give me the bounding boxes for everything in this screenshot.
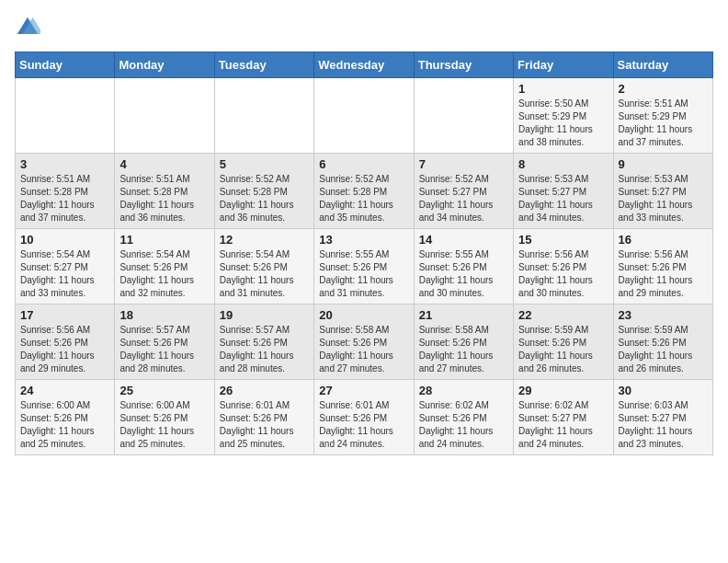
day-number: 2 bbox=[619, 82, 708, 96]
calendar-cell: 23Sunrise: 5:59 AMSunset: 5:26 PMDayligh… bbox=[613, 304, 712, 380]
day-info: Sunrise: 5:58 AMSunset: 5:26 PMDaylight:… bbox=[419, 325, 494, 373]
day-number: 25 bbox=[119, 384, 209, 397]
page-header bbox=[15, 15, 713, 40]
calendar-cell: 2Sunrise: 5:51 AMSunset: 5:29 PMDaylight… bbox=[613, 78, 712, 154]
calendar-cell: 20Sunrise: 5:58 AMSunset: 5:26 PMDayligh… bbox=[314, 304, 414, 380]
day-info: Sunrise: 5:54 AMSunset: 5:27 PMDaylight:… bbox=[20, 249, 95, 298]
calendar-cell: 7Sunrise: 5:52 AMSunset: 5:27 PMDaylight… bbox=[414, 154, 513, 229]
day-info: Sunrise: 6:00 AMSunset: 5:26 PMDaylight:… bbox=[20, 400, 95, 449]
day-number: 28 bbox=[419, 384, 508, 397]
calendar-table: SundayMondayTuesdayWednesdayThursdayFrid… bbox=[15, 52, 713, 455]
day-number: 20 bbox=[319, 308, 408, 322]
calendar-cell: 21Sunrise: 5:58 AMSunset: 5:26 PMDayligh… bbox=[414, 304, 513, 380]
calendar-cell: 19Sunrise: 5:57 AMSunset: 5:26 PMDayligh… bbox=[214, 304, 313, 380]
day-info: Sunrise: 5:51 AMSunset: 5:28 PMDaylight:… bbox=[20, 174, 95, 223]
day-info: Sunrise: 5:54 AMSunset: 5:26 PMDaylight:… bbox=[220, 249, 294, 298]
calendar-cell bbox=[214, 78, 313, 154]
day-info: Sunrise: 5:55 AMSunset: 5:26 PMDaylight:… bbox=[419, 249, 494, 298]
day-number: 12 bbox=[220, 233, 309, 247]
weekday-header: Saturday bbox=[613, 52, 712, 78]
day-info: Sunrise: 5:56 AMSunset: 5:26 PMDaylight:… bbox=[619, 249, 693, 298]
day-info: Sunrise: 5:50 AMSunset: 5:29 PMDaylight:… bbox=[518, 98, 593, 147]
day-number: 1 bbox=[518, 82, 608, 96]
calendar-cell: 14Sunrise: 5:55 AMSunset: 5:26 PMDayligh… bbox=[414, 229, 513, 304]
day-number: 3 bbox=[20, 157, 109, 171]
day-number: 22 bbox=[518, 308, 608, 322]
day-info: Sunrise: 5:56 AMSunset: 5:26 PMDaylight:… bbox=[518, 249, 593, 298]
calendar-week-row: 3Sunrise: 5:51 AMSunset: 5:28 PMDaylight… bbox=[16, 154, 713, 229]
calendar-week-row: 24Sunrise: 6:00 AMSunset: 5:26 PMDayligh… bbox=[16, 380, 713, 455]
day-number: 7 bbox=[419, 157, 508, 171]
weekday-header: Tuesday bbox=[214, 52, 313, 78]
day-number: 23 bbox=[619, 308, 708, 322]
logo bbox=[15, 15, 44, 40]
calendar-cell: 1Sunrise: 5:50 AMSunset: 5:29 PMDaylight… bbox=[514, 78, 613, 154]
calendar-cell: 11Sunrise: 5:54 AMSunset: 5:26 PMDayligh… bbox=[115, 229, 214, 304]
calendar-cell: 17Sunrise: 5:56 AMSunset: 5:26 PMDayligh… bbox=[16, 304, 115, 380]
calendar-cell: 8Sunrise: 5:53 AMSunset: 5:27 PMDaylight… bbox=[514, 154, 613, 229]
day-number: 29 bbox=[518, 384, 608, 397]
calendar-cell: 13Sunrise: 5:55 AMSunset: 5:26 PMDayligh… bbox=[314, 229, 414, 304]
day-info: Sunrise: 6:00 AMSunset: 5:26 PMDaylight:… bbox=[119, 400, 194, 449]
day-info: Sunrise: 5:53 AMSunset: 5:27 PMDaylight:… bbox=[518, 174, 593, 223]
day-number: 16 bbox=[619, 233, 708, 247]
day-number: 26 bbox=[220, 384, 309, 397]
calendar-cell: 25Sunrise: 6:00 AMSunset: 5:26 PMDayligh… bbox=[115, 380, 214, 455]
calendar-cell: 24Sunrise: 6:00 AMSunset: 5:26 PMDayligh… bbox=[16, 380, 115, 455]
day-info: Sunrise: 5:56 AMSunset: 5:26 PMDaylight:… bbox=[20, 325, 95, 373]
calendar-cell: 6Sunrise: 5:52 AMSunset: 5:28 PMDaylight… bbox=[314, 154, 414, 229]
day-info: Sunrise: 5:59 AMSunset: 5:26 PMDaylight:… bbox=[518, 325, 593, 373]
calendar-cell bbox=[16, 78, 115, 154]
calendar-cell: 29Sunrise: 6:02 AMSunset: 5:27 PMDayligh… bbox=[514, 380, 613, 455]
day-info: Sunrise: 5:58 AMSunset: 5:26 PMDaylight:… bbox=[319, 325, 393, 373]
calendar-cell: 30Sunrise: 6:03 AMSunset: 5:27 PMDayligh… bbox=[613, 380, 712, 455]
day-number: 17 bbox=[20, 308, 109, 322]
logo-icon bbox=[15, 15, 40, 40]
calendar-cell: 28Sunrise: 6:02 AMSunset: 5:26 PMDayligh… bbox=[414, 380, 513, 455]
calendar-cell: 22Sunrise: 5:59 AMSunset: 5:26 PMDayligh… bbox=[514, 304, 613, 380]
day-number: 15 bbox=[518, 233, 608, 247]
day-number: 13 bbox=[319, 233, 408, 247]
day-info: Sunrise: 5:51 AMSunset: 5:29 PMDaylight:… bbox=[619, 98, 693, 147]
day-info: Sunrise: 5:59 AMSunset: 5:26 PMDaylight:… bbox=[619, 325, 693, 373]
calendar-cell bbox=[115, 78, 214, 154]
calendar-cell: 9Sunrise: 5:53 AMSunset: 5:27 PMDaylight… bbox=[613, 154, 712, 229]
day-number: 24 bbox=[20, 384, 109, 397]
day-info: Sunrise: 5:52 AMSunset: 5:27 PMDaylight:… bbox=[419, 174, 494, 223]
day-number: 4 bbox=[119, 157, 209, 171]
weekday-header-row: SundayMondayTuesdayWednesdayThursdayFrid… bbox=[16, 52, 713, 78]
day-info: Sunrise: 5:51 AMSunset: 5:28 PMDaylight:… bbox=[119, 174, 194, 223]
day-info: Sunrise: 5:52 AMSunset: 5:28 PMDaylight:… bbox=[220, 174, 294, 223]
calendar-cell: 10Sunrise: 5:54 AMSunset: 5:27 PMDayligh… bbox=[16, 229, 115, 304]
calendar-week-row: 17Sunrise: 5:56 AMSunset: 5:26 PMDayligh… bbox=[16, 304, 713, 380]
calendar-cell bbox=[314, 78, 414, 154]
calendar-cell: 27Sunrise: 6:01 AMSunset: 5:26 PMDayligh… bbox=[314, 380, 414, 455]
day-number: 18 bbox=[119, 308, 209, 322]
calendar-week-row: 10Sunrise: 5:54 AMSunset: 5:27 PMDayligh… bbox=[16, 229, 713, 304]
day-number: 19 bbox=[220, 308, 309, 322]
weekday-header: Sunday bbox=[16, 52, 115, 78]
day-info: Sunrise: 5:57 AMSunset: 5:26 PMDaylight:… bbox=[119, 325, 194, 373]
weekday-header: Monday bbox=[115, 52, 214, 78]
day-number: 10 bbox=[20, 233, 109, 247]
day-info: Sunrise: 6:01 AMSunset: 5:26 PMDaylight:… bbox=[220, 400, 294, 449]
day-info: Sunrise: 6:01 AMSunset: 5:26 PMDaylight:… bbox=[319, 400, 393, 449]
day-info: Sunrise: 5:54 AMSunset: 5:26 PMDaylight:… bbox=[119, 249, 194, 298]
day-info: Sunrise: 5:57 AMSunset: 5:26 PMDaylight:… bbox=[220, 325, 294, 373]
day-number: 6 bbox=[319, 157, 408, 171]
day-info: Sunrise: 6:03 AMSunset: 5:27 PMDaylight:… bbox=[619, 400, 693, 449]
calendar-cell: 12Sunrise: 5:54 AMSunset: 5:26 PMDayligh… bbox=[214, 229, 313, 304]
day-info: Sunrise: 5:52 AMSunset: 5:28 PMDaylight:… bbox=[319, 174, 393, 223]
calendar-cell: 16Sunrise: 5:56 AMSunset: 5:26 PMDayligh… bbox=[613, 229, 712, 304]
weekday-header: Thursday bbox=[414, 52, 513, 78]
day-number: 21 bbox=[419, 308, 508, 322]
calendar-cell: 3Sunrise: 5:51 AMSunset: 5:28 PMDaylight… bbox=[16, 154, 115, 229]
day-info: Sunrise: 6:02 AMSunset: 5:26 PMDaylight:… bbox=[419, 400, 494, 449]
day-number: 27 bbox=[319, 384, 408, 397]
day-number: 5 bbox=[220, 157, 309, 171]
day-number: 11 bbox=[119, 233, 209, 247]
day-info: Sunrise: 5:53 AMSunset: 5:27 PMDaylight:… bbox=[619, 174, 693, 223]
calendar-cell: 4Sunrise: 5:51 AMSunset: 5:28 PMDaylight… bbox=[115, 154, 214, 229]
day-number: 14 bbox=[419, 233, 508, 247]
day-info: Sunrise: 5:55 AMSunset: 5:26 PMDaylight:… bbox=[319, 249, 393, 298]
